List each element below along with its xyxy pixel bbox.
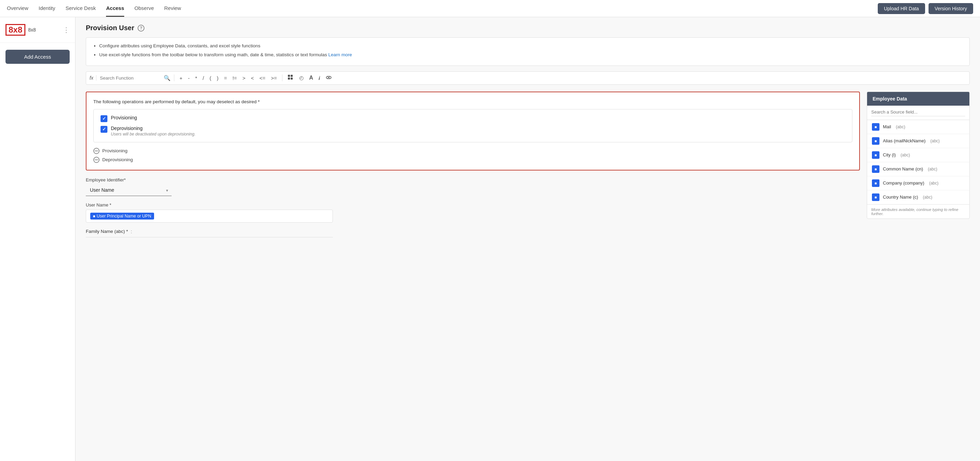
operations-box: The following operations are performed b… bbox=[86, 92, 860, 170]
deprovisioning-sublabel: Users will be deactivated upon deprovisi… bbox=[111, 132, 196, 137]
mail-field-name: Mail bbox=[883, 124, 891, 129]
search-function-input[interactable] bbox=[100, 75, 162, 81]
nav-access[interactable]: Access bbox=[106, 0, 124, 17]
country-field-type: (abc) bbox=[923, 195, 932, 200]
circle-deprovisioning-icon bbox=[93, 157, 100, 163]
info-bullet-2: Use excel-style functions from the toolb… bbox=[99, 51, 963, 58]
search-underline bbox=[871, 116, 965, 116]
ep-field-alias[interactable]: ■ Alias (mailNickName) (abc) bbox=[867, 134, 969, 148]
learn-more-link[interactable]: Learn more bbox=[328, 52, 352, 57]
family-name-label: Family Name (abc) * bbox=[86, 229, 128, 234]
content-row: The following operations are performed b… bbox=[86, 92, 970, 243]
mail-field-icon: ■ bbox=[872, 123, 880, 131]
employee-data-panel: Employee Data ■ Mail (abc) bbox=[867, 92, 970, 219]
family-name-field: Family Name (abc) * : bbox=[86, 229, 860, 237]
checkbox-group: ✓ Provisioning ✓ Deprovisioning bbox=[93, 109, 852, 142]
svg-point-5 bbox=[329, 76, 331, 79]
employee-panel-footer: More attributes available, continue typi… bbox=[867, 204, 969, 218]
toolbar-gte[interactable]: >= bbox=[269, 75, 278, 82]
username-input-row[interactable]: ■ User Principal Name or UPN bbox=[86, 210, 333, 223]
company-field-icon: ■ bbox=[872, 180, 880, 187]
toolbar-text-icon[interactable]: A bbox=[307, 74, 315, 82]
toolbar-grid-icon[interactable] bbox=[286, 74, 296, 82]
add-access-button[interactable]: Add Access bbox=[5, 50, 70, 64]
toolbar-lte[interactable]: <= bbox=[258, 75, 267, 82]
toolbar-not-equals[interactable]: != bbox=[231, 75, 239, 82]
toolbar-greater[interactable]: > bbox=[240, 75, 247, 82]
info-bullet-1: Configure attributes using Employee Data… bbox=[99, 43, 963, 49]
toolbar-multiply[interactable]: * bbox=[194, 75, 199, 82]
nav-service-desk[interactable]: Service Desk bbox=[65, 0, 96, 17]
city-field-type: (abc) bbox=[901, 153, 910, 157]
toolbar-special-icon[interactable] bbox=[324, 74, 334, 82]
nav-identity[interactable]: Identity bbox=[39, 0, 55, 17]
company-field-type: (abc) bbox=[929, 181, 939, 186]
nav-review[interactable]: Review bbox=[164, 0, 181, 17]
version-history-button[interactable]: Version History bbox=[929, 3, 973, 14]
provisioning-checkbox-item: ✓ Provisioning bbox=[100, 115, 845, 122]
circle-provisioning-icon bbox=[93, 148, 100, 154]
help-icon[interactable]: ? bbox=[138, 25, 145, 32]
brand-logo: 8x8 bbox=[5, 24, 25, 36]
nav-overview[interactable]: Overview bbox=[7, 0, 29, 17]
chip-icon: ■ bbox=[93, 214, 95, 218]
sidebar-brand: 8x8 8x8 ⋮ bbox=[0, 24, 75, 43]
provisioning-checkbox[interactable]: ✓ bbox=[100, 115, 107, 122]
toolbar-clock-icon[interactable]: ◴ bbox=[298, 74, 305, 82]
nav-links: Overview Identity Service Desk Access Ob… bbox=[7, 0, 181, 17]
employee-identifier-field: Employee Identifier* User Name bbox=[86, 177, 860, 196]
top-nav: Overview Identity Service Desk Access Ob… bbox=[0, 0, 980, 17]
ep-field-company[interactable]: ■ Company (company) (abc) bbox=[867, 176, 969, 190]
svg-point-4 bbox=[326, 76, 328, 79]
city-field-icon: ■ bbox=[872, 151, 880, 159]
nav-buttons: Upload HR Data Version History bbox=[878, 3, 973, 14]
toolbar-minus[interactable]: - bbox=[186, 75, 191, 82]
country-field-name: Country Name (c) bbox=[883, 194, 918, 200]
toolbar-info-icon[interactable]: i bbox=[317, 75, 322, 82]
cn-field-icon: ■ bbox=[872, 165, 880, 173]
ep-field-country[interactable]: ■ Country Name (c) (abc) bbox=[867, 190, 969, 204]
employee-search-input[interactable] bbox=[871, 110, 965, 114]
cn-field-name: Common Name (cn) bbox=[883, 166, 923, 172]
mail-field-type: (abc) bbox=[896, 124, 905, 129]
colon: : bbox=[131, 229, 132, 234]
toolbar-less[interactable]: < bbox=[249, 75, 256, 82]
svg-rect-3 bbox=[291, 78, 293, 79]
checkbox-check-icon: ✓ bbox=[102, 116, 106, 121]
deprovisioning-check-icon: ✓ bbox=[102, 127, 106, 132]
toolbar-separator-2 bbox=[282, 75, 282, 81]
svg-rect-0 bbox=[288, 75, 290, 77]
more-menu-icon[interactable]: ⋮ bbox=[63, 26, 70, 34]
chip-label: User Principal Name or UPN bbox=[97, 214, 151, 218]
toolbar-equals[interactable]: = bbox=[222, 75, 229, 82]
info-box: Configure attributes using Employee Data… bbox=[86, 37, 970, 66]
circle-deprovisioning: Deprovisioning bbox=[93, 157, 852, 163]
operations-description: The following operations are performed b… bbox=[93, 99, 852, 104]
deprovisioning-label-group: Deprovisioning Users will be deactivated… bbox=[111, 126, 196, 137]
toolbar-plus[interactable]: + bbox=[178, 75, 184, 82]
country-field-icon: ■ bbox=[872, 194, 880, 201]
ep-field-city[interactable]: ■ City (l) (abc) bbox=[867, 148, 969, 162]
svg-rect-2 bbox=[288, 78, 290, 79]
ep-field-mail[interactable]: ■ Mail (abc) bbox=[867, 120, 969, 134]
upn-chip[interactable]: ■ User Principal Name or UPN bbox=[90, 213, 154, 219]
toolbar-divide[interactable]: / bbox=[201, 75, 206, 82]
employee-panel-search bbox=[867, 106, 969, 120]
nav-observe[interactable]: Observe bbox=[135, 0, 154, 17]
toolbar-close-paren[interactable]: ) bbox=[215, 75, 220, 82]
toolbar-open-paren[interactable]: ( bbox=[208, 75, 213, 82]
fx-label: fx bbox=[89, 75, 96, 81]
ep-field-common-name[interactable]: ■ Common Name (cn) (abc) bbox=[867, 162, 969, 176]
employee-field-list: ■ Mail (abc) ■ Alias (mailNickName) (abc… bbox=[867, 120, 969, 204]
circle-provisioning-label: Provisioning bbox=[102, 148, 128, 153]
search-function-icon[interactable]: 🔍 bbox=[164, 75, 170, 81]
alias-field-icon: ■ bbox=[872, 137, 880, 145]
employee-panel-header: Employee Data bbox=[867, 92, 969, 106]
cn-field-type: (abc) bbox=[928, 167, 937, 172]
deprovisioning-checkbox[interactable]: ✓ bbox=[100, 126, 107, 133]
employee-identifier-select[interactable]: User Name bbox=[86, 184, 172, 196]
provision-header: Provision User ? bbox=[86, 24, 970, 32]
provisioning-label-group: Provisioning bbox=[111, 115, 137, 121]
alias-field-name: Alias (mailNickName) bbox=[883, 138, 926, 143]
upload-hr-data-button[interactable]: Upload HR Data bbox=[878, 3, 925, 14]
